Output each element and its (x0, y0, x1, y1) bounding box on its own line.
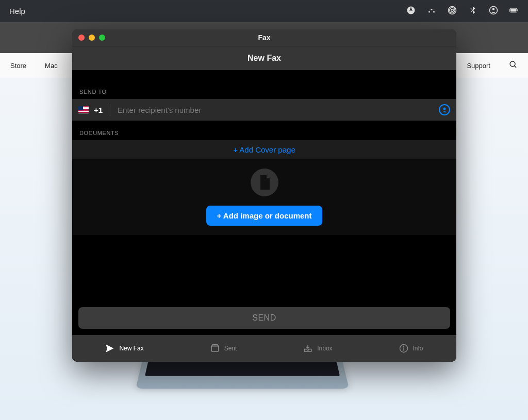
document-drop-area[interactable]: + Add image or document (72, 159, 456, 235)
apple-nav-store[interactable]: Store (10, 62, 26, 70)
tab-sent[interactable]: Sent (210, 344, 237, 353)
svg-rect-15 (211, 346, 219, 352)
recipient-input[interactable] (118, 106, 434, 114)
battery-icon[interactable] (509, 6, 519, 17)
close-button[interactable] (78, 35, 85, 41)
svg-rect-10 (510, 9, 517, 11)
bluetooth-icon[interactable] (468, 6, 477, 17)
apple-nav-mac[interactable]: Mac (45, 62, 58, 70)
svg-point-1 (428, 11, 430, 12)
tab-new-fax[interactable]: New Fax (105, 344, 143, 353)
documents-label: DOCUMENTS (72, 121, 456, 140)
add-document-button[interactable]: + Add image or document (206, 206, 322, 226)
svg-point-2 (431, 9, 433, 10)
document-icon (251, 169, 278, 196)
svg-line-13 (515, 66, 517, 68)
svg-point-14 (443, 108, 446, 110)
add-cover-page-link[interactable]: + Add Cover page (72, 140, 456, 159)
fax-app-window: Fax New Fax SEND TO +1 DOCUMENTS + Add C… (72, 29, 456, 362)
minimize-button[interactable] (89, 35, 95, 41)
window-title: Fax (72, 33, 456, 42)
send-to-label: SEND TO (72, 70, 456, 99)
maximize-button[interactable] (99, 35, 105, 41)
apple-nav-support[interactable]: Support (467, 62, 490, 70)
tab-label: Inbox (317, 345, 332, 352)
airdrop-icon[interactable] (448, 6, 457, 17)
tab-info[interactable]: Info (399, 344, 423, 353)
search-icon[interactable] (509, 60, 518, 71)
contacts-icon[interactable] (439, 104, 450, 115)
svg-point-5 (450, 7, 455, 13)
window-titlebar[interactable]: Fax (72, 29, 456, 46)
dots-icon[interactable] (427, 6, 436, 17)
tab-label: Sent (224, 345, 237, 352)
svg-point-8 (492, 8, 495, 10)
send-button[interactable]: SEND (78, 307, 450, 329)
tab-inbox[interactable]: Inbox (303, 344, 332, 353)
svg-point-17 (403, 346, 404, 347)
tab-label: New Fax (119, 345, 143, 352)
svg-rect-18 (403, 348, 404, 351)
recipient-row: +1 (72, 99, 456, 121)
country-code[interactable]: +1 (94, 106, 103, 114)
page-title: New Fax (72, 46, 456, 70)
svg-point-12 (510, 61, 515, 66)
location-icon[interactable] (406, 6, 416, 17)
tab-label: Info (413, 345, 423, 352)
user-icon[interactable] (489, 6, 498, 17)
menu-help[interactable]: Help (9, 7, 25, 15)
country-flag-icon[interactable] (78, 106, 89, 113)
macos-menubar: Help (0, 0, 528, 22)
bottom-tabbar: New Fax Sent Inbox Info (72, 335, 456, 362)
svg-point-4 (451, 9, 454, 11)
svg-point-3 (433, 11, 435, 12)
spacer (72, 235, 456, 307)
divider (110, 104, 110, 116)
svg-rect-11 (517, 9, 518, 11)
